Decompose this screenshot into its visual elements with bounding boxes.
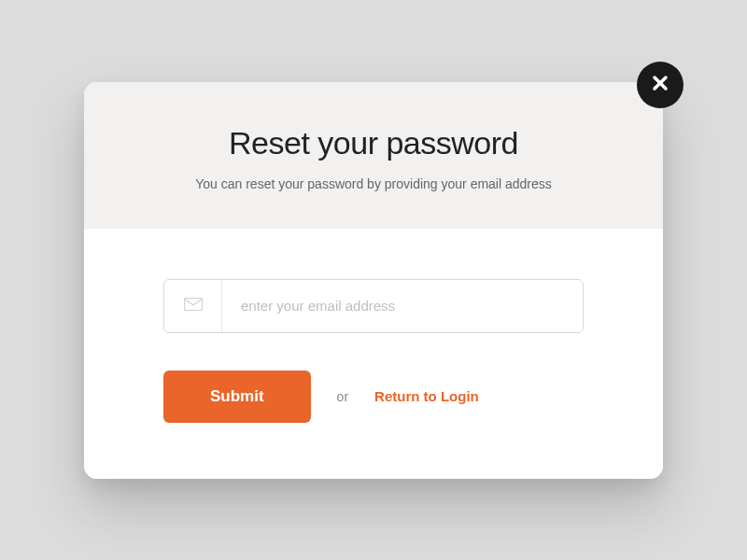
email-icon-box bbox=[164, 280, 222, 332]
svg-rect-2 bbox=[184, 298, 202, 310]
envelope-icon bbox=[184, 298, 203, 315]
actions-row: Submit or Return to Login bbox=[163, 371, 584, 423]
modal-subtitle: You can reset your password by providing… bbox=[121, 176, 626, 191]
email-input-group bbox=[163, 279, 584, 333]
modal-card: Reset your password You can reset your p… bbox=[84, 82, 663, 479]
or-separator: or bbox=[337, 389, 348, 404]
close-icon bbox=[652, 75, 669, 94]
return-to-login-link[interactable]: Return to Login bbox=[374, 388, 479, 404]
modal-body: Submit or Return to Login bbox=[84, 229, 663, 479]
submit-button[interactable]: Submit bbox=[163, 371, 311, 423]
close-button[interactable] bbox=[637, 62, 684, 108]
modal-title: Reset your password bbox=[121, 125, 626, 161]
reset-password-modal: Reset your password You can reset your p… bbox=[84, 82, 663, 479]
modal-header: Reset your password You can reset your p… bbox=[84, 82, 663, 229]
email-input[interactable] bbox=[222, 280, 583, 332]
